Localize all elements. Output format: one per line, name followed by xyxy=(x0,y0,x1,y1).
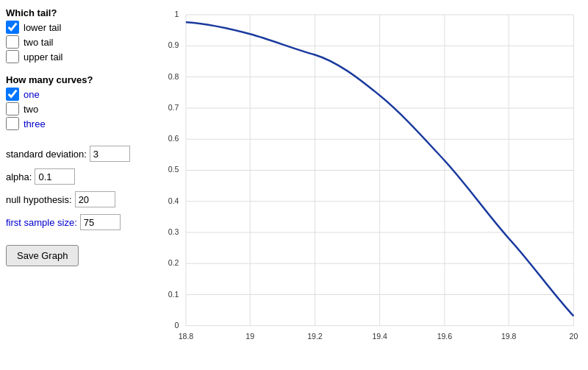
svg-text:1: 1 xyxy=(174,10,179,18)
two-curve-row: two xyxy=(6,102,123,116)
one-curve-checkbox[interactable] xyxy=(6,88,19,101)
svg-text:0.3: 0.3 xyxy=(168,227,179,236)
std-dev-row: standard deviation: xyxy=(6,146,123,162)
chart-svg: .grid-line { stroke: #ddd; stroke-width:… xyxy=(151,7,581,348)
upper-tail-label: upper tail xyxy=(24,51,62,63)
curves-section-title: How many curves? xyxy=(6,74,123,85)
svg-text:19.8: 19.8 xyxy=(501,332,517,341)
svg-text:19: 19 xyxy=(245,332,254,341)
curves-section: How many curves? one two three xyxy=(6,74,123,131)
save-graph-button[interactable]: Save Graph xyxy=(6,245,79,266)
three-curve-row: three xyxy=(6,116,123,131)
svg-text:19.2: 19.2 xyxy=(307,332,323,341)
three-curve-checkbox[interactable] xyxy=(6,117,19,130)
two-tail-label: two tail xyxy=(24,37,53,48)
alpha-row: alpha: xyxy=(6,168,123,185)
tail-section-title: Which tail? xyxy=(6,7,123,18)
two-tail-checkbox[interactable] xyxy=(6,35,19,49)
svg-text:0.5: 0.5 xyxy=(168,165,179,174)
two-curve-label: two xyxy=(24,104,38,115)
svg-text:0.9: 0.9 xyxy=(168,40,179,49)
svg-text:0.6: 0.6 xyxy=(168,134,179,143)
svg-text:0.2: 0.2 xyxy=(168,258,179,267)
lower-tail-label: lower tail xyxy=(24,22,61,33)
left-panel: Which tail? lower tail two tail upper ta… xyxy=(0,0,129,370)
svg-text:0.7: 0.7 xyxy=(168,103,179,112)
one-curve-row: one xyxy=(6,87,123,102)
null-hyp-row: null hypothesis: xyxy=(6,191,123,207)
svg-text:18.8: 18.8 xyxy=(179,332,194,341)
sample-size-row: first sample size: xyxy=(6,214,123,230)
svg-text:20: 20 xyxy=(570,332,578,341)
upper-tail-row: upper tail xyxy=(6,49,123,64)
svg-text:0.1: 0.1 xyxy=(168,289,179,298)
std-dev-label: standard deviation: xyxy=(6,149,87,160)
two-tail-row: two tail xyxy=(6,35,123,49)
three-curve-label: three xyxy=(24,118,46,129)
svg-text:0.8: 0.8 xyxy=(168,71,179,80)
upper-tail-checkbox[interactable] xyxy=(6,50,19,63)
null-hyp-label: null hypothesis: xyxy=(6,194,72,205)
tail-section: Which tail? lower tail two tail upper ta… xyxy=(6,7,123,64)
svg-text:19.4: 19.4 xyxy=(372,332,387,341)
two-curve-checkbox[interactable] xyxy=(6,102,19,115)
lower-tail-row: lower tail xyxy=(6,20,123,35)
sample-size-input[interactable] xyxy=(80,214,121,230)
lower-tail-checkbox[interactable] xyxy=(6,21,19,34)
inputs-section: standard deviation: alpha: null hypothes… xyxy=(6,143,123,230)
null-hyp-input[interactable] xyxy=(75,191,115,207)
alpha-label: alpha: xyxy=(6,171,32,182)
svg-text:0.4: 0.4 xyxy=(168,196,179,204)
sample-size-label: first sample size: xyxy=(6,217,77,228)
svg-text:19.6: 19.6 xyxy=(437,332,453,341)
chart-area: .grid-line { stroke: #ddd; stroke-width:… xyxy=(129,0,588,370)
svg-text:0: 0 xyxy=(174,321,179,330)
std-dev-input[interactable] xyxy=(90,146,130,162)
one-curve-label: one xyxy=(24,89,40,100)
alpha-input[interactable] xyxy=(35,168,75,185)
